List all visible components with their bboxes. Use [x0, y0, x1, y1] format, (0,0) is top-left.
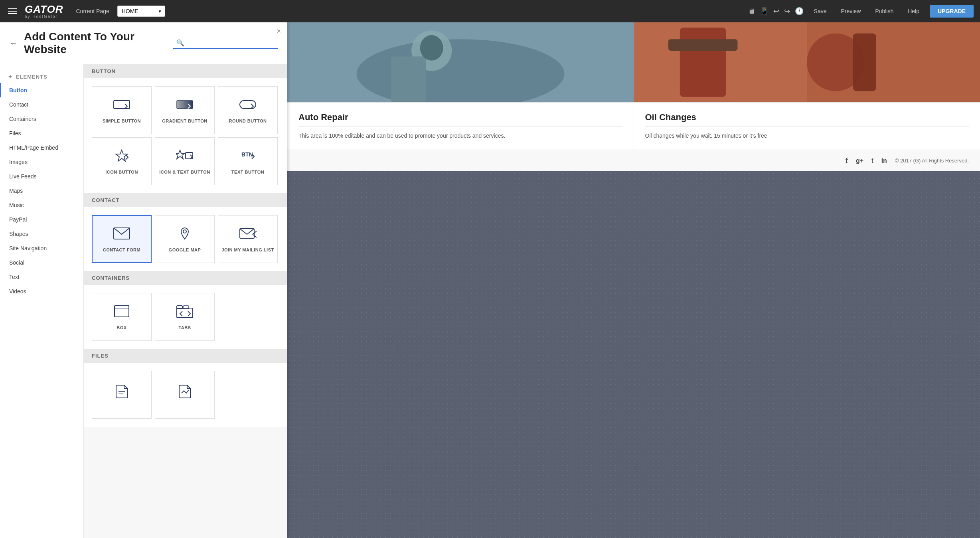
preview-card-auto-repair: Auto Repair This area is 100% editable a…: [287, 103, 634, 150]
icon-button-item[interactable]: ICON BUTTON: [92, 137, 152, 185]
logo-main-text: GATOR: [25, 4, 63, 14]
svg-point-8: [183, 230, 186, 233]
box-item[interactable]: BOX: [92, 293, 152, 341]
google-map-item[interactable]: GOOGLE MAP: [155, 215, 215, 263]
sidebar-item-paypal[interactable]: PayPal: [0, 212, 83, 227]
button-section: BUTTON SIMPLE BUTTON: [84, 64, 287, 193]
round-button-label: ROUND BUTTON: [229, 119, 267, 123]
panel-back-button[interactable]: ←: [10, 39, 18, 48]
svg-rect-15: [177, 308, 193, 318]
close-icon[interactable]: ×: [277, 27, 281, 36]
panel-title: Add Content To Your Website: [24, 30, 167, 56]
svg-rect-0: [114, 101, 130, 109]
files-items-grid: [84, 363, 287, 427]
oil-changes-text: Oil changes while you wait. 15 minutes o…: [645, 132, 969, 140]
history-icon[interactable]: 🕐: [795, 7, 804, 16]
tablet-icon[interactable]: 📱: [760, 7, 769, 16]
search-input[interactable]: [187, 39, 275, 46]
tabs-item[interactable]: TABS: [155, 293, 215, 341]
redo-icon[interactable]: ↪: [784, 7, 790, 16]
search-icon: 🔍: [176, 39, 184, 47]
sidebar-item-containers[interactable]: Containers: [0, 112, 83, 126]
undo-icon[interactable]: ↩: [773, 7, 779, 16]
preview-website-content: Auto Repair This area is 100% editable a…: [287, 22, 980, 171]
icon-text-button-icon: [176, 148, 194, 166]
save-button[interactable]: Save: [810, 6, 831, 17]
preview-footer: f g+ t in © 2017 (G) All Rights Reserved…: [287, 150, 980, 171]
contact-form-icon: [113, 226, 130, 243]
sidebar-item-html-page-embed[interactable]: HTML/Page Embed: [0, 140, 83, 155]
upgrade-button[interactable]: UPGRADE: [930, 5, 974, 18]
twitter-icon[interactable]: t: [871, 157, 873, 164]
sidebar-item-videos[interactable]: Videos: [0, 284, 83, 299]
preview-images-row: [287, 22, 980, 102]
svg-rect-23: [391, 57, 426, 102]
monitor-icon[interactable]: 🖥: [748, 7, 755, 16]
svg-point-24: [420, 35, 443, 61]
svg-rect-28: [668, 39, 738, 51]
file-item-1[interactable]: [92, 371, 152, 419]
icon-text-button-label: ICON & TEXT BUTTON: [159, 170, 210, 174]
files-section: FILES: [84, 349, 287, 427]
main-layout: ← Add Content To Your Website 🔍 × ✦ ELEM…: [0, 22, 980, 538]
auto-repair-text: This area is 100% editable and can be us…: [298, 132, 622, 140]
file2-icon: [176, 384, 194, 402]
sidebar-item-button[interactable]: Button: [0, 83, 83, 97]
gradient-button-icon: [176, 97, 194, 115]
sidebar-item-images[interactable]: Images: [0, 155, 83, 169]
sidebar-item-site-navigation[interactable]: Site Navigation: [0, 241, 83, 255]
elements-icon: ✦: [8, 74, 13, 80]
linkedin-icon[interactable]: in: [881, 157, 887, 164]
containers-section: CONTAINERS BOX: [84, 271, 287, 349]
text-button-icon: BTN: [239, 148, 257, 166]
preview-image-car: [287, 22, 634, 102]
svg-rect-12: [115, 306, 129, 317]
preview-dark-area: [287, 171, 980, 538]
mailing-list-icon: [239, 226, 257, 243]
publish-button[interactable]: Publish: [871, 6, 897, 17]
elements-section-label: ✦ ELEMENTS: [0, 71, 83, 83]
panel-search-container: 🔍: [173, 38, 278, 49]
right-preview: Auto Repair This area is 100% editable a…: [287, 22, 980, 538]
text-button-item[interactable]: BTN TEXT BUTTON: [218, 137, 278, 185]
contact-items-grid: CONTACT FORM GOOGLE MAP: [84, 207, 287, 271]
mailing-list-label: JOIN MY MAILING LIST: [221, 247, 274, 252]
sidebar-item-music[interactable]: Music: [0, 198, 83, 212]
googleplus-icon[interactable]: g+: [856, 157, 863, 164]
icon-text-button-item[interactable]: ICON & TEXT BUTTON: [155, 137, 215, 185]
page-select[interactable]: HOME: [117, 6, 165, 17]
file1-icon: [113, 384, 130, 402]
logo: GATOR by HostGator: [25, 4, 63, 19]
auto-repair-title: Auto Repair: [298, 112, 622, 127]
svg-rect-1: [177, 101, 193, 109]
preview-button[interactable]: Preview: [837, 6, 865, 17]
gradient-button-label: GRADIENT BUTTON: [162, 119, 207, 123]
preview-card-oil-changes: Oil Changes Oil changes while you wait. …: [634, 103, 980, 150]
elements-sidebar: ✦ ELEMENTS Button Contact Containers Fil…: [0, 64, 84, 538]
sidebar-item-text[interactable]: Text: [0, 270, 83, 284]
round-button-item[interactable]: ROUND BUTTON: [218, 86, 278, 134]
hamburger-menu[interactable]: [6, 7, 18, 16]
panel-body: ✦ ELEMENTS Button Contact Containers Fil…: [0, 64, 287, 538]
contact-form-item[interactable]: CONTACT FORM: [92, 215, 152, 263]
gradient-button-item[interactable]: GRADIENT BUTTON: [155, 86, 215, 134]
sidebar-item-files[interactable]: Files: [0, 126, 83, 140]
sidebar-item-contact[interactable]: Contact: [0, 97, 83, 112]
sidebar-item-maps[interactable]: Maps: [0, 184, 83, 198]
sidebar-item-social[interactable]: Social: [0, 255, 83, 270]
preview-image-tools: [634, 22, 980, 102]
tabs-icon: [176, 304, 194, 321]
box-label: BOX: [117, 325, 126, 330]
page-select-wrapper: HOME: [117, 6, 165, 17]
contact-section-header: CONTACT: [84, 193, 287, 207]
file-item-2[interactable]: [155, 371, 215, 419]
simple-button-label: SIMPLE BUTTON: [103, 119, 141, 123]
simple-button-item[interactable]: SIMPLE BUTTON: [92, 86, 152, 134]
help-button[interactable]: Help: [904, 6, 923, 17]
sidebar-item-live-feeds[interactable]: Live Feeds: [0, 169, 83, 184]
mailing-list-item[interactable]: JOIN MY MAILING LIST: [218, 215, 278, 263]
svg-marker-4: [176, 150, 185, 159]
facebook-icon[interactable]: f: [846, 156, 848, 165]
text-button-label: TEXT BUTTON: [231, 170, 264, 174]
sidebar-item-shapes[interactable]: Shapes: [0, 227, 83, 241]
